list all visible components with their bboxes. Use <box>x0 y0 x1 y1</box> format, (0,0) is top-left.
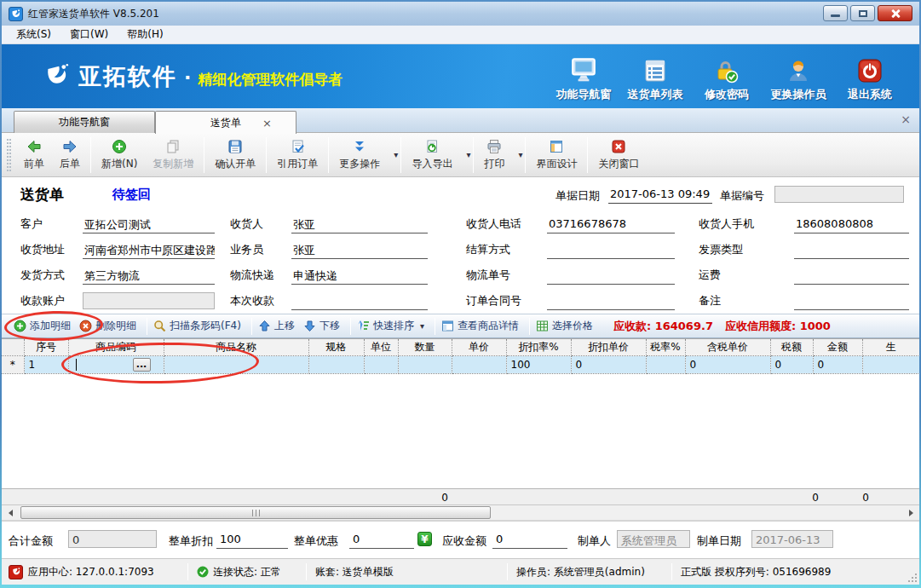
order-coupon-field[interactable]: 0 <box>349 530 414 549</box>
col-tax-incl-price[interactable]: 含税单价 <box>685 339 770 356</box>
col-spec[interactable]: 规格 <box>308 339 364 356</box>
tab-delivery-order[interactable]: 送货单 × <box>155 111 296 134</box>
print-button[interactable]: 打印 <box>476 135 512 175</box>
col-truncated[interactable]: 生 <box>862 339 919 356</box>
change-password-button[interactable]: 修改密码 <box>691 53 763 102</box>
import-export-button[interactable]: 导入导出 <box>404 135 460 175</box>
doc-date-label: 单据日期 <box>555 188 600 204</box>
currency-icon[interactable]: ¥ <box>417 532 432 546</box>
credit-limit: 应收信用额度: 1000 <box>725 319 831 334</box>
address-field[interactable]: 河南省郑州市中原区建设路 <box>83 240 215 259</box>
move-up-button[interactable]: 上移 <box>258 319 295 333</box>
quick-sort-dropdown-arrow[interactable]: ▾ <box>420 321 424 331</box>
nav-window-button[interactable]: 功能导航窗 <box>548 53 619 102</box>
menu-help[interactable]: 帮助(H) <box>118 26 172 43</box>
cell-discount-price[interactable]: 0 <box>571 356 646 374</box>
cell-discount-rate[interactable]: 100 <box>506 356 571 374</box>
tab-close-icon[interactable]: × <box>262 117 272 130</box>
salesman-field[interactable]: 张亚 <box>291 240 428 259</box>
delete-detail-button[interactable]: 删除明细 <box>79 319 136 333</box>
cell-unit[interactable] <box>364 356 398 374</box>
col-amount[interactable]: 金额 <box>813 339 862 356</box>
remark-field[interactable] <box>794 291 909 310</box>
customer-field[interactable]: 亚拓公司测试 <box>83 215 215 233</box>
horizontal-scrollbar[interactable] <box>2 505 919 521</box>
move-down-button[interactable]: 下移 <box>303 319 340 333</box>
col-discount-rate[interactable]: 折扣率% <box>506 339 571 356</box>
order-discount-field[interactable]: 100 <box>216 530 288 549</box>
resize-grip[interactable] <box>915 580 917 582</box>
col-product-code[interactable]: 商品编码 <box>68 339 164 356</box>
summary-qty: 0 <box>409 492 448 504</box>
print-dropdown-arrow[interactable]: ▾ <box>518 150 522 159</box>
quick-sort-button[interactable]: 快速排序 ▾ <box>357 319 424 333</box>
cell-amount[interactable]: 0 <box>813 356 862 374</box>
cell-tax-rate[interactable] <box>646 356 685 374</box>
close-button[interactable] <box>878 5 912 21</box>
col-tax[interactable]: 税额 <box>770 339 813 356</box>
consignee-phone-field[interactable]: 03716678678 <box>547 215 675 233</box>
select-price-button[interactable]: 选择价格 <box>536 319 593 333</box>
exit-system-button[interactable]: 退出系统 <box>834 53 906 102</box>
prev-icon <box>26 138 42 155</box>
ui-design-button[interactable]: 界面设计 <box>528 135 584 175</box>
cell-truncated[interactable] <box>862 356 919 374</box>
prev-order-button[interactable]: 前单 <box>16 135 52 175</box>
cell-spec[interactable] <box>308 356 364 374</box>
cell-tax[interactable]: 0 <box>770 356 813 374</box>
cell-seq[interactable]: 1 <box>24 356 68 374</box>
scan-barcode-button[interactable]: 扫描条形码(F4) <box>153 319 241 333</box>
menu-window[interactable]: 窗口(W) <box>60 26 118 43</box>
invoice-type-field[interactable] <box>794 240 909 259</box>
product-picker-button[interactable]: ... <box>133 358 151 372</box>
logistics-field[interactable]: 申通快递 <box>291 266 428 285</box>
consignee-mobile-field[interactable]: 18608080808 <box>794 215 909 233</box>
grid-row-1[interactable]: * 1 ... 100 0 0 0 0 <box>2 356 919 374</box>
scrollbar-thumb[interactable] <box>20 506 491 519</box>
status-connection: 连接状态: 正常 <box>197 565 297 579</box>
scroll-left-button[interactable] <box>3 506 17 520</box>
confirm-order-button[interactable]: 确认开单 <box>207 135 263 175</box>
next-order-button[interactable]: 后单 <box>52 135 88 175</box>
cell-tax-incl-price[interactable]: 0 <box>685 356 770 374</box>
table-info-icon <box>441 320 454 332</box>
tabstrip-close-icon[interactable]: × <box>901 112 911 126</box>
close-window-button[interactable]: 关闭窗口 <box>590 135 647 175</box>
minimize-button[interactable] <box>823 5 848 21</box>
freight-field[interactable] <box>794 266 909 285</box>
import-export-dropdown-arrow[interactable]: ▾ <box>466 150 470 159</box>
new-order-button[interactable]: 新增(N) <box>94 135 145 175</box>
more-actions-button[interactable]: 更多操作 <box>331 135 388 175</box>
menu-system[interactable]: 系统(S) <box>7 26 60 43</box>
col-tax-rate[interactable]: 税率% <box>646 339 685 356</box>
col-discount-price[interactable]: 折扣单价 <box>571 339 646 356</box>
consignee-mobile-label: 收货人手机 <box>699 216 794 232</box>
doc-date-field[interactable]: 2017-06-13 09:49 <box>608 186 712 204</box>
scroll-right-button[interactable] <box>904 506 918 520</box>
cell-product-code[interactable]: ... <box>68 356 164 374</box>
col-seq[interactable]: 序号 <box>24 339 68 356</box>
ship-method-field[interactable]: 第三方物流 <box>83 266 215 285</box>
restore-button[interactable] <box>850 5 875 21</box>
consignee-field[interactable]: 张亚 <box>291 215 428 233</box>
cell-price[interactable] <box>452 356 506 374</box>
add-detail-button[interactable]: 添加明细 <box>14 319 71 333</box>
toolbar-separator <box>204 137 204 173</box>
tab-nav-window[interactable]: 功能导航窗 <box>14 111 155 133</box>
cell-qty[interactable] <box>398 356 452 374</box>
col-unit[interactable]: 单位 <box>364 339 398 356</box>
cell-product-name[interactable] <box>164 356 308 374</box>
quote-order-button[interactable]: 引用订单 <box>269 135 325 175</box>
delivery-list-button[interactable]: 送货单列表 <box>619 53 691 102</box>
switch-operator-button[interactable]: 更换操作员 <box>763 53 834 102</box>
receivable-field[interactable]: 0 <box>492 530 567 549</box>
settlement-field[interactable] <box>547 240 675 259</box>
col-price[interactable]: 单价 <box>452 339 506 356</box>
payment-now-field[interactable] <box>291 291 428 310</box>
tracking-no-field[interactable] <box>547 266 675 285</box>
col-qty[interactable]: 数量 <box>398 339 452 356</box>
more-actions-dropdown-arrow[interactable]: ▾ <box>394 150 398 159</box>
view-product-detail-button[interactable]: 查看商品详情 <box>441 319 519 333</box>
col-product-name[interactable]: 商品名称 <box>164 339 308 356</box>
contract-no-field[interactable] <box>547 291 675 310</box>
